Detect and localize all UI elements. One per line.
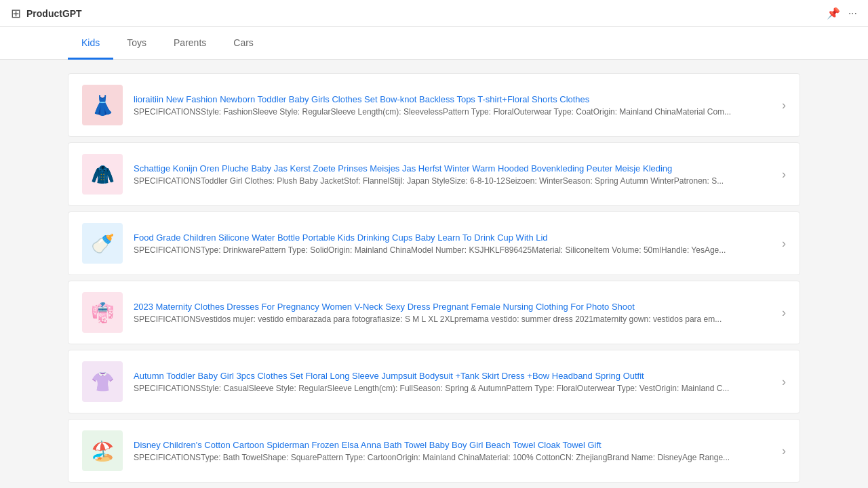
chevron-right-icon: › <box>782 375 786 389</box>
tab-bar: Kids Toys Parents Cars <box>0 27 868 60</box>
chevron-right-icon: › <box>782 167 786 182</box>
app-title: ProductGPT <box>26 8 82 19</box>
tab-parents[interactable]: Parents <box>160 28 220 60</box>
product-item[interactable]: 👘 2023 Maternity Clothes Dresses For Pre… <box>68 281 800 344</box>
product-title: Food Grade Children Silicone Water Bottl… <box>134 232 771 243</box>
tab-kids[interactable]: Kids <box>68 28 113 60</box>
product-specs: SPECIFICATIONSToddler Girl Clothes: Plus… <box>134 176 771 186</box>
product-title: Autumn Toddler Baby Girl 3pcs Clothes Se… <box>134 371 771 381</box>
product-info: Disney Children's Cotton Cartoon Spiderm… <box>134 440 771 462</box>
chevron-right-icon: › <box>782 306 786 320</box>
product-list: 👗 lioraitiin New Fashion Newborn Toddler… <box>68 73 800 488</box>
chevron-right-icon: › <box>782 444 786 458</box>
main-content: 👗 lioraitiin New Fashion Newborn Toddler… <box>0 60 868 488</box>
chevron-right-icon: › <box>782 98 786 113</box>
product-thumbnail: 👗 <box>82 85 123 125</box>
product-info: 2023 Maternity Clothes Dresses For Pregn… <box>134 302 771 324</box>
product-title: Disney Children's Cotton Cartoon Spiderm… <box>134 440 771 450</box>
product-item[interactable]: 👚 Autumn Toddler Baby Girl 3pcs Clothes … <box>68 350 800 413</box>
app-logo-icon: ⊞ <box>11 6 21 21</box>
pin-icon[interactable]: 📌 <box>827 7 840 20</box>
product-specs: SPECIFICATIONSType: DrinkwarePattern Typ… <box>134 245 771 255</box>
product-thumbnail: 👚 <box>82 361 123 402</box>
product-specs: SPECIFICATIONSType: Bath TowelShape: Squ… <box>134 453 771 462</box>
more-options-icon[interactable]: ··· <box>848 7 857 20</box>
app-header: ⊞ ProductGPT 📌 ··· <box>0 0 868 27</box>
product-item[interactable]: 🏖️ Disney Children's Cotton Cartoon Spid… <box>68 419 800 483</box>
tab-toys[interactable]: Toys <box>113 28 160 60</box>
app-logo-area: ⊞ ProductGPT <box>11 6 82 21</box>
product-item[interactable]: 👗 lioraitiin New Fashion Newborn Toddler… <box>68 73 800 137</box>
product-title: Schattige Konijn Oren Pluche Baby Jas Ke… <box>134 163 771 174</box>
product-specs: SPECIFICATIONSStyle: CasualSleeve Style:… <box>134 384 771 393</box>
product-title: 2023 Maternity Clothes Dresses For Pregn… <box>134 302 771 312</box>
product-info: Food Grade Children Silicone Water Bottl… <box>134 232 771 255</box>
product-item[interactable]: 🧥 Schattige Konijn Oren Pluche Baby Jas … <box>68 142 800 206</box>
product-thumbnail: 🏖️ <box>82 430 123 471</box>
product-info: lioraitiin New Fashion Newborn Toddler B… <box>134 94 771 117</box>
product-thumbnail: 🧥 <box>82 154 123 195</box>
product-info: Schattige Konijn Oren Pluche Baby Jas Ke… <box>134 163 771 186</box>
product-title: lioraitiin New Fashion Newborn Toddler B… <box>134 94 771 104</box>
product-item[interactable]: 🍼 Food Grade Children Silicone Water Bot… <box>68 211 800 275</box>
product-specs: SPECIFICATIONSStyle: FashionSleeve Style… <box>134 107 771 117</box>
chevron-right-icon: › <box>782 237 786 251</box>
tab-cars[interactable]: Cars <box>220 28 267 60</box>
product-thumbnail: 👘 <box>82 292 123 333</box>
product-thumbnail: 🍼 <box>82 223 123 264</box>
product-info: Autumn Toddler Baby Girl 3pcs Clothes Se… <box>134 371 771 393</box>
header-actions: 📌 ··· <box>827 7 857 20</box>
product-specs: SPECIFICATIONSvestidos mujer: vestido em… <box>134 314 771 324</box>
